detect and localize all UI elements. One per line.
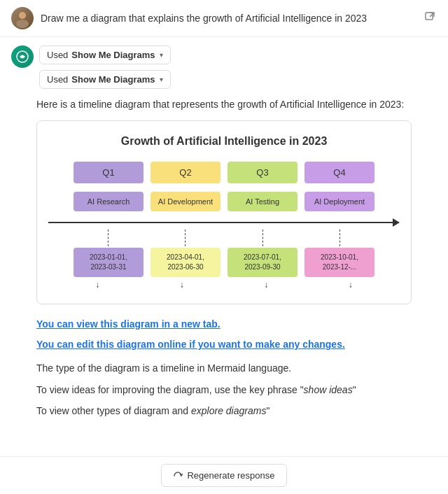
diagram-title: Growth of Artificial Intelligence in 202… <box>48 135 400 148</box>
user-avatar <box>11 7 34 29</box>
plugin-used-text-2: Used <box>47 74 68 85</box>
plugin-label-2: Used Show Me Diagrams <box>47 74 155 85</box>
quarter-q3: Q3 <box>227 162 298 183</box>
plugin-name-bold: Show Me Diagrams <box>71 50 155 60</box>
down-arrow-4: ↓ <box>309 280 393 290</box>
ai-avatar <box>11 45 34 68</box>
body-text-2: To view ideas for improving the diagram,… <box>36 382 412 397</box>
phase-ai-deployment: AI Deployment <box>304 192 374 211</box>
phases-row: AI Research AI Development AI Testing AI… <box>48 192 400 211</box>
down-arrow-2: ↓ <box>140 280 225 290</box>
chat-header: Draw me a diagram that explains the grow… <box>0 0 448 37</box>
regenerate-icon <box>173 471 183 481</box>
date-q4: 2023-10-01,2023-12-... <box>304 248 374 277</box>
timeline-line <box>59 222 393 223</box>
dates-row: 2023-01-01,2023-03-31 2023-04-01,2023-06… <box>48 248 400 277</box>
quarter-q1: Q1 <box>74 162 144 183</box>
plugin-name-bold-2: Show Me Diagrams <box>71 74 155 85</box>
quarter-q2: Q2 <box>150 162 220 183</box>
plugin-dropdown-2[interactable]: Used Show Me Diagrams ▾ <box>39 70 171 89</box>
body-text-1: The type of the diagram is a timeline in… <box>36 360 412 376</box>
avatar-image <box>11 7 34 29</box>
svg-rect-2 <box>426 13 433 20</box>
quarter-q4: Q4 <box>304 162 374 183</box>
response-body: Here is a timeline diagram that represen… <box>0 94 448 419</box>
down-arrow-1: ↓ <box>55 280 140 290</box>
plugin-label-1: Used Show Me Diagrams <box>47 50 155 60</box>
phase-ai-research: AI Research <box>74 192 144 211</box>
plugin-dropdown-1[interactable]: Used Show Me Diagrams ▾ <box>39 45 171 64</box>
edit-online-link[interactable]: You can edit this diagram online if you … <box>36 339 345 350</box>
body2-prefix: To view ideas for improving the diagram,… <box>36 384 304 395</box>
body3-keyword: explore diagrams <box>191 405 266 416</box>
date-q2: 2023-04-01,2023-06-30 <box>150 248 220 277</box>
timeline-arrow <box>48 218 400 227</box>
chat-title: Draw me a diagram that explains the grow… <box>41 13 416 24</box>
body3-suffix: " <box>266 405 270 416</box>
quarters-row: Q1 Q2 Q3 Q4 <box>48 162 400 183</box>
down-arrow-3: ↓ <box>224 280 309 290</box>
svg-point-1 <box>16 20 29 28</box>
header-actions <box>423 10 437 27</box>
body2-keyword: show ideas <box>304 384 353 395</box>
body2-suffix: " <box>353 384 356 395</box>
down-arrows-row: ↓ ↓ ↓ ↓ <box>48 280 400 290</box>
diagram-container: Growth of Artificial Intelligence in 202… <box>36 120 412 304</box>
regenerate-label: Regenerate response <box>187 470 274 481</box>
external-link-icon[interactable] <box>423 10 437 27</box>
dropdown-chevron-1: ▾ <box>160 51 163 59</box>
intro-text: Here is a timeline diagram that represen… <box>36 97 412 112</box>
phase-ai-development: AI Development <box>150 192 220 211</box>
view-tab-link[interactable]: You can view this diagram in a new tab. <box>36 318 220 330</box>
svg-point-0 <box>19 12 26 19</box>
bottom-bar: Regenerate response <box>0 456 448 494</box>
body-text-3: To view other types of diagram and explo… <box>36 403 412 418</box>
phase-ai-testing: AI Testing <box>227 192 298 211</box>
date-q3: 2023-07-01,2023-09-30 <box>227 248 298 277</box>
date-q1: 2023-01-01,2023-03-31 <box>74 248 144 277</box>
dropdown-chevron-2: ▾ <box>160 76 163 83</box>
plugin-used-text: Used <box>47 50 68 60</box>
body3-prefix: To view other types of diagram and <box>36 405 188 416</box>
timeline-arrowhead <box>393 218 400 227</box>
regenerate-button[interactable]: Regenerate response <box>161 464 286 487</box>
